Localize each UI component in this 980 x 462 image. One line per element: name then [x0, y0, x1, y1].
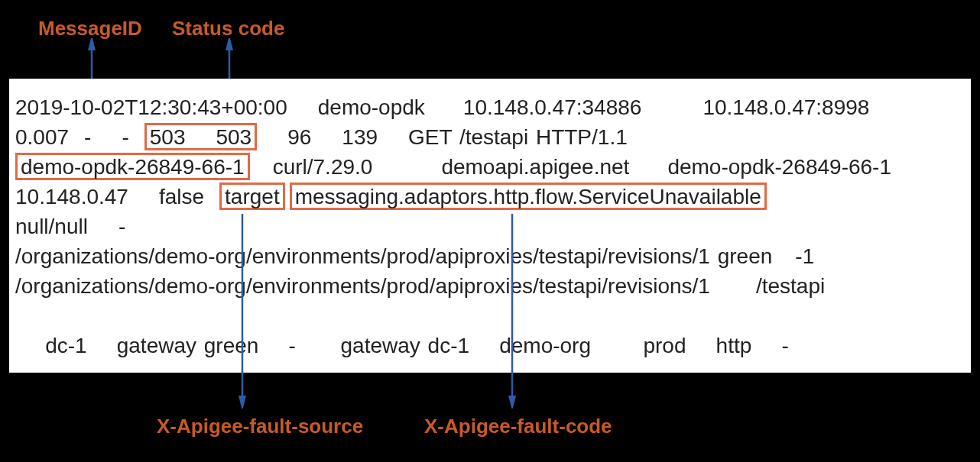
- label-message-id: MessageID: [38, 17, 142, 40]
- log-line-3: demo-opdk-26849-66-1curl/7.29.0demoapi.a…: [15, 152, 965, 182]
- label-fault-code: X-Apigee-fault-code: [424, 415, 612, 438]
- log-line-6: /organizations/demo-org/environments/pro…: [15, 241, 965, 271]
- log-client-addr: 10.148.0.47:34886: [463, 95, 642, 119]
- fault-source-highlight: target: [219, 183, 285, 210]
- log-message-id-repeat: demo-opdk-26849-66-1: [667, 155, 891, 179]
- log-dash2: -: [122, 125, 128, 149]
- log-status2: 503: [216, 125, 251, 149]
- log-elapsed: 0.007: [15, 125, 69, 149]
- log-path2: /organizations/demo-org/environments/pro…: [15, 274, 710, 298]
- arrow-message-id: [84, 38, 99, 80]
- log-server-addr: 10.148.0.47:8998: [703, 95, 869, 119]
- log-line-4: 10.148.0.47falsetargetmessaging.adaptors…: [15, 182, 965, 212]
- arrow-status-code: [222, 38, 237, 80]
- label-status-code: Status code: [172, 17, 284, 40]
- log-ip: 10.148.0.47: [15, 185, 128, 208]
- log-nullnull: null/null: [15, 215, 88, 238]
- log-bytes-recv: 139: [342, 125, 378, 149]
- log-line-5: null/null-: [15, 212, 965, 241]
- log-line-1: 2019-10-02T12:30:43+00:00demo-opdk10.148…: [15, 92, 965, 122]
- log-line-8: dc-1 gateway green - gateway dc-1 demo-o…: [15, 301, 965, 390]
- fault-code-highlight: messaging.adaptors.http.flow.ServiceUnav…: [290, 183, 767, 210]
- log-host: demoapi.apigee.net: [441, 155, 629, 179]
- log-secure: false: [159, 185, 204, 208]
- log-dash1: -: [84, 125, 91, 149]
- log-status1: 503: [150, 125, 186, 149]
- log-fault-source: target: [225, 185, 280, 208]
- log-tail: dc-1 gateway green - gateway dc-1 demo-o…: [45, 334, 789, 357]
- log-line-7: /organizations/demo-org/environments/pro…: [15, 271, 965, 301]
- log-fault-code: messaging.adaptors.http.flow.ServiceUnav…: [295, 185, 761, 208]
- log-org: demo-opdk: [318, 95, 425, 119]
- log-line-2: 0.007--50350396139GET /testapi HTTP/1.1: [15, 122, 965, 152]
- log-basepath: /testapi: [756, 274, 825, 298]
- log-panel: 2019-10-02T12:30:43+00:00demo-opdk10.148…: [9, 79, 971, 373]
- log-dash3: -: [118, 215, 125, 238]
- message-id-highlight: demo-opdk-26849-66-1: [15, 153, 250, 180]
- log-message-id: demo-opdk-26849-66-1: [21, 155, 245, 179]
- log-bytes-sent: 96: [287, 125, 311, 149]
- status-code-highlight: 503503: [144, 123, 257, 150]
- log-user-agent: curl/7.29.0: [273, 155, 373, 179]
- log-timestamp: 2019-10-02T12:30:43+00:00: [15, 95, 287, 119]
- log-neg1: -1: [795, 244, 814, 268]
- log-request: GET /testapi HTTP/1.1: [408, 125, 628, 149]
- log-path1: /organizations/demo-org/environments/pro…: [15, 244, 772, 268]
- label-fault-source: X-Apigee-fault-source: [157, 415, 363, 438]
